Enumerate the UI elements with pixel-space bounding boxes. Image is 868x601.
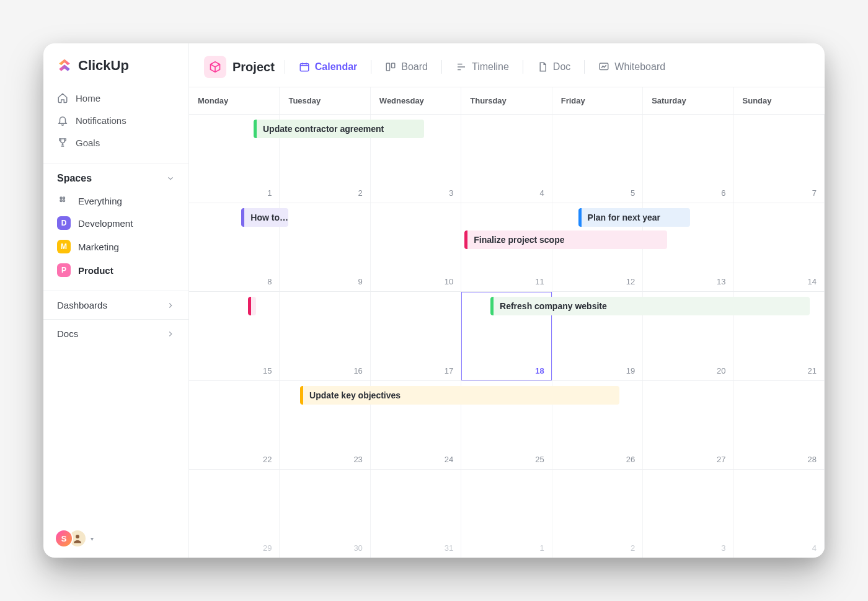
- day-cell[interactable]: 29: [189, 470, 280, 558]
- calendar-event[interactable]: Refresh company website: [490, 297, 810, 315]
- section-docs[interactable]: Docs: [43, 319, 188, 348]
- day-cell[interactable]: 28: [734, 381, 825, 469]
- day-cell[interactable]: 31: [371, 470, 461, 558]
- event-label: Plan for next year: [588, 213, 661, 222]
- date-number: 6: [721, 188, 725, 198]
- cube-icon: [204, 56, 226, 78]
- day-cell[interactable]: 22: [189, 381, 280, 469]
- calendar-event[interactable]: Finalize project scope: [464, 230, 667, 249]
- date-number: 27: [717, 455, 725, 464]
- date-number: 1: [539, 543, 544, 553]
- day-headers: Monday Tuesday Wednesday Thursday Friday…: [189, 87, 825, 115]
- nav-home[interactable]: Home: [51, 87, 181, 109]
- day-cell[interactable]: 9: [280, 203, 370, 291]
- day-header: Wednesday: [371, 87, 461, 114]
- date-number: 2: [358, 188, 363, 198]
- calendar-event[interactable]: Plan for next year: [578, 208, 690, 227]
- date-number: 15: [263, 366, 272, 375]
- section-label: Docs: [57, 328, 78, 339]
- calendar-event[interactable]: Update key objectives: [300, 386, 619, 405]
- calendar-event[interactable]: Update contractor agreement: [254, 120, 424, 138]
- week-row: 1234567Update contractor agreement: [189, 115, 825, 203]
- timeline-icon: [456, 61, 467, 72]
- date-number: 7: [812, 188, 817, 198]
- space-marketing[interactable]: M Marketing: [43, 235, 188, 258]
- whiteboard-icon: [598, 61, 609, 72]
- calendar-icon: [299, 61, 310, 72]
- space-product[interactable]: P Product: [43, 258, 188, 282]
- date-number: 5: [631, 188, 635, 198]
- date-number: 19: [626, 366, 635, 375]
- tab-timeline[interactable]: Timeline: [452, 59, 513, 75]
- spaces-header[interactable]: Spaces: [43, 164, 188, 190]
- tab-label: Whiteboard: [614, 61, 665, 72]
- divider: [371, 60, 371, 74]
- brand-logo[interactable]: ClickUp: [43, 43, 188, 86]
- day-cell[interactable]: 27: [643, 381, 733, 469]
- calendar-event[interactable]: Resource allocation: [248, 297, 256, 315]
- tab-board[interactable]: Board: [381, 59, 432, 75]
- day-header: Friday: [552, 87, 643, 114]
- date-number: 31: [445, 543, 453, 553]
- svg-point-3: [63, 200, 65, 202]
- space-development[interactable]: D Development: [43, 211, 188, 235]
- event-label: How to manage event planning: [250, 213, 288, 222]
- event-label: Finalize project scope: [474, 235, 564, 245]
- tab-calendar[interactable]: Calendar: [295, 59, 361, 75]
- day-cell[interactable]: 5: [552, 115, 643, 203]
- main-area: Project Calendar Board Timeline Doc: [189, 43, 825, 558]
- day-header: Sunday: [734, 87, 825, 114]
- day-cell[interactable]: 6: [643, 115, 733, 203]
- day-cell[interactable]: 14: [734, 203, 825, 291]
- svg-point-2: [60, 200, 62, 202]
- day-cell[interactable]: 16: [280, 292, 370, 380]
- doc-icon: [537, 61, 548, 72]
- space-everything[interactable]: Everything: [43, 190, 188, 211]
- day-cell[interactable]: 30: [280, 470, 370, 558]
- chevron-down-icon: [166, 174, 175, 183]
- calendar-event[interactable]: How to manage event planning: [241, 208, 288, 227]
- space-badge-icon: D: [57, 216, 71, 230]
- day-cell[interactable]: 3: [643, 470, 733, 558]
- day-cell[interactable]: 15: [189, 292, 280, 380]
- tab-label: Board: [401, 61, 428, 72]
- svg-point-4: [76, 535, 79, 538]
- date-number: 16: [353, 366, 362, 375]
- space-badge-icon: M: [57, 240, 71, 253]
- event-accent-bar: [300, 386, 303, 405]
- svg-point-0: [60, 197, 62, 199]
- event-accent-bar: [254, 120, 257, 138]
- day-header: Saturday: [643, 87, 733, 114]
- day-cell[interactable]: 17: [371, 292, 461, 380]
- day-cell[interactable]: 7: [734, 115, 825, 203]
- space-label: Development: [78, 218, 133, 229]
- day-cell[interactable]: 10: [371, 203, 461, 291]
- date-number: 10: [445, 277, 453, 286]
- nav-goals[interactable]: Goals: [51, 131, 181, 154]
- day-cell[interactable]: 4: [734, 470, 825, 558]
- user-switcher[interactable]: S ▾: [55, 529, 94, 548]
- nav-label: Goals: [76, 138, 100, 148]
- event-accent-bar: [578, 208, 582, 227]
- day-header: Monday: [189, 87, 280, 114]
- avatar: S: [55, 529, 73, 548]
- project-chip[interactable]: Project: [204, 56, 275, 78]
- day-cell[interactable]: 4: [461, 115, 552, 203]
- section-dashboards[interactable]: Dashboards: [43, 291, 188, 319]
- date-number: 11: [535, 277, 544, 286]
- day-cell[interactable]: 1: [461, 470, 552, 558]
- svg-rect-5: [300, 64, 309, 71]
- tab-doc[interactable]: Doc: [533, 59, 574, 75]
- calendar-view: Monday Tuesday Wednesday Thursday Friday…: [189, 87, 825, 558]
- event-label: Update key objectives: [309, 390, 401, 400]
- svg-point-1: [63, 197, 65, 199]
- svg-rect-6: [387, 63, 390, 71]
- date-number: 17: [445, 366, 453, 375]
- space-label: Everything: [78, 196, 122, 206]
- date-number: 30: [353, 543, 362, 553]
- tab-whiteboard[interactable]: Whiteboard: [595, 59, 669, 75]
- date-number: 4: [539, 188, 544, 198]
- day-cell[interactable]: 2: [552, 470, 643, 558]
- svg-rect-7: [392, 63, 395, 68]
- nav-notifications[interactable]: Notifications: [51, 109, 181, 131]
